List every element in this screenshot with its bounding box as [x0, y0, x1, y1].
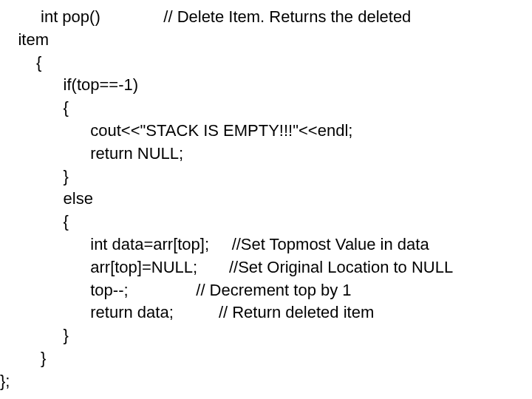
- code-line: else: [0, 188, 532, 211]
- code-line: cout<<"STACK IS EMPTY!!!"<<endl;: [0, 120, 532, 143]
- code-line: arr[top]=NULL; //Set Original Location t…: [0, 256, 532, 279]
- code-line: item: [0, 29, 532, 52]
- code-line: {: [0, 211, 532, 233]
- code-line: return NULL;: [0, 143, 532, 166]
- code-line: {: [0, 97, 532, 120]
- code-snippet: int pop() // Delete Item. Returns the de…: [0, 0, 532, 393]
- code-line: if(top==-1): [0, 74, 532, 97]
- code-line: }: [0, 166, 532, 188]
- code-line: };: [0, 370, 532, 393]
- code-line: }: [0, 324, 532, 347]
- code-line: int pop() // Delete Item. Returns the de…: [0, 6, 532, 29]
- code-line: }: [0, 347, 532, 370]
- code-line: top--; // Decrement top by 1: [0, 279, 532, 302]
- code-line: {: [0, 52, 532, 75]
- code-line: int data=arr[top]; //Set Topmost Value i…: [0, 233, 532, 256]
- code-line: return data; // Return deleted item: [0, 301, 532, 324]
